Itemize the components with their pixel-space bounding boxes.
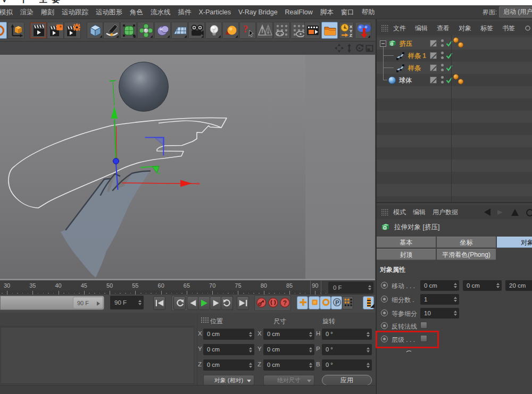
position-Y-field[interactable]: 0 cm bbox=[203, 344, 254, 355]
viewport-maximize-icon[interactable] bbox=[365, 44, 374, 53]
attribute-tab-2[interactable]: 坐标 bbox=[437, 237, 496, 248]
origin-point[interactable] bbox=[113, 158, 119, 164]
object-manager-menu-3[interactable]: 查看 bbox=[437, 24, 450, 33]
menubar-item-3[interactable]: 雕刻 bbox=[37, 8, 58, 17]
spline-object-icon[interactable] bbox=[396, 52, 405, 63]
transport-loop-button[interactable] bbox=[173, 296, 186, 310]
object-row-4[interactable]: 球体 bbox=[377, 74, 532, 86]
menubar-item-2[interactable]: 渲染 bbox=[16, 8, 37, 17]
animation-radio-icon[interactable] bbox=[381, 296, 388, 303]
power-slider[interactable]: 90 F bbox=[0, 296, 104, 310]
autokey-button[interactable] bbox=[268, 296, 279, 309]
attribute-tab-4[interactable]: 封顶 bbox=[377, 249, 436, 260]
enabled-check-icon[interactable] bbox=[446, 64, 453, 71]
field-spinner[interactable] bbox=[249, 331, 253, 338]
menubar-item-6[interactable]: 角色 bbox=[126, 8, 147, 17]
end-frame-field[interactable]: 90 F bbox=[110, 296, 144, 309]
viewport-panel[interactable] bbox=[0, 41, 375, 280]
position-X-field[interactable]: 0 cm bbox=[203, 329, 254, 340]
timeline-ruler[interactable]: 0 F 30354045505560657075808590 bbox=[0, 281, 375, 295]
render-visibility-dot[interactable] bbox=[441, 69, 444, 71]
attribute-manager-menu-1[interactable]: 模式 bbox=[393, 208, 406, 217]
apply-button[interactable]: 应用 bbox=[322, 375, 372, 385]
transport-next-frame-button[interactable] bbox=[210, 296, 222, 310]
record-keyframe-button[interactable] bbox=[256, 296, 267, 309]
panel-handle-icon[interactable] bbox=[201, 317, 209, 324]
editor-visibility-dot[interactable] bbox=[441, 39, 444, 42]
field-spinner[interactable] bbox=[309, 347, 313, 353]
parent-up-icon[interactable] bbox=[511, 209, 519, 216]
object-manager-tree[interactable]: 挤压样条 1样条球体 bbox=[377, 35, 532, 202]
rotation-B-field[interactable]: 0 ° bbox=[322, 359, 372, 371]
iso-subdivision-field[interactable]: 10 bbox=[420, 308, 459, 318]
field-spinner[interactable] bbox=[309, 362, 313, 368]
current-frame-field[interactable]: 0 F bbox=[328, 282, 373, 294]
render-visibility-dot[interactable] bbox=[441, 56, 444, 59]
end-frame-spinner[interactable] bbox=[138, 299, 142, 306]
toolbar-render-picture-viewer-button[interactable] bbox=[47, 22, 64, 39]
size-Z-field[interactable]: 0 cm bbox=[263, 359, 314, 371]
layer-color-swatch[interactable] bbox=[430, 64, 437, 71]
panel-handle-icon[interactable] bbox=[381, 208, 389, 216]
menubar-item-13[interactable]: 窗口 bbox=[337, 8, 358, 17]
viewport-pan-icon[interactable] bbox=[335, 44, 344, 53]
collapse-icon[interactable] bbox=[380, 40, 386, 47]
am-history-icons[interactable] bbox=[484, 208, 532, 216]
toolbar-primitive-cube-button[interactable] bbox=[87, 22, 103, 39]
object-row-1[interactable]: 挤压 bbox=[377, 37, 532, 49]
enabled-check-icon[interactable] bbox=[446, 77, 453, 83]
field-spinner[interactable] bbox=[367, 331, 370, 338]
key-rotation-button[interactable] bbox=[320, 296, 331, 309]
history-back-icon[interactable] bbox=[484, 208, 491, 216]
field-spinner[interactable] bbox=[454, 282, 458, 289]
menubar-item-1[interactable]: 模拟 bbox=[0, 8, 16, 17]
panel-handle-icon[interactable] bbox=[381, 24, 389, 32]
editor-visibility-dot[interactable] bbox=[441, 64, 444, 66]
object-tags-icons[interactable] bbox=[453, 74, 467, 86]
key-parameter-button[interactable]: P bbox=[331, 296, 342, 309]
object-name[interactable]: 球体 bbox=[399, 76, 412, 85]
transport-play-reverse-button[interactable] bbox=[187, 296, 199, 310]
attribute-tab-1[interactable]: 基本 bbox=[377, 237, 436, 248]
current-frame-spinner[interactable] bbox=[368, 284, 372, 291]
om-search-icon[interactable] bbox=[525, 26, 531, 32]
size-X-field[interactable]: 0 cm bbox=[263, 329, 314, 340]
toolbar-axis-coordinates-button[interactable] bbox=[7, 22, 24, 39]
animation-radio-icon[interactable] bbox=[381, 322, 388, 329]
size-mode-dropdown[interactable]: 绝对尺寸 bbox=[263, 375, 314, 385]
object-name[interactable]: 挤压 bbox=[400, 39, 412, 48]
menubar-item-14[interactable]: 帮助 bbox=[358, 8, 379, 17]
toolbar-dynamics-button[interactable] bbox=[355, 22, 371, 39]
keyframe-selection-button[interactable]: ? bbox=[279, 296, 290, 309]
rotation-H-field[interactable]: 0 ° bbox=[322, 329, 372, 340]
toolbar-snap-grid-button[interactable] bbox=[273, 22, 290, 39]
animation-radio-icon[interactable] bbox=[381, 309, 388, 316]
flip-normals-checkbox[interactable] bbox=[420, 322, 427, 329]
move-x-field[interactable]: 0 cm bbox=[420, 280, 459, 291]
key-position-button[interactable] bbox=[297, 296, 308, 309]
material-manager-body[interactable] bbox=[1, 327, 194, 384]
toolbar-deformer-button[interactable] bbox=[137, 22, 154, 39]
object-name[interactable]: 样条 1 bbox=[408, 52, 426, 61]
sphere-object[interactable] bbox=[119, 62, 169, 112]
toolbar-coordinate-manager-button[interactable]: XYZ bbox=[339, 22, 354, 39]
layer-color-swatch[interactable] bbox=[430, 52, 437, 59]
power-slider-knob[interactable]: 90 F bbox=[73, 297, 103, 309]
interface-dropdown[interactable]: 启动 (用户 bbox=[499, 6, 532, 18]
object-manager-menu-6[interactable]: 书签 bbox=[502, 24, 515, 33]
menubar-item-12[interactable]: 脚本 bbox=[317, 8, 337, 17]
history-forward-icon[interactable] bbox=[497, 210, 503, 215]
toolbar-light-button[interactable] bbox=[205, 22, 222, 39]
animation-radio-icon[interactable] bbox=[381, 282, 388, 289]
enabled-check-icon[interactable] bbox=[446, 52, 453, 59]
attribute-manager-menu-2[interactable]: 编辑 bbox=[413, 208, 426, 217]
layer-color-swatch[interactable] bbox=[430, 40, 437, 47]
field-spinner[interactable] bbox=[454, 310, 458, 316]
menubar-item-5[interactable]: 运动图形 bbox=[92, 8, 126, 17]
toolbar-spline-pen-button[interactable] bbox=[103, 22, 120, 39]
position-Z-field[interactable]: 0 cm bbox=[203, 359, 254, 371]
field-spinner[interactable] bbox=[454, 296, 458, 303]
attribute-tab-3[interactable]: 对象 bbox=[497, 237, 532, 248]
object-tags-icons[interactable] bbox=[453, 37, 467, 49]
transport-goto-end-button[interactable] bbox=[237, 296, 249, 310]
